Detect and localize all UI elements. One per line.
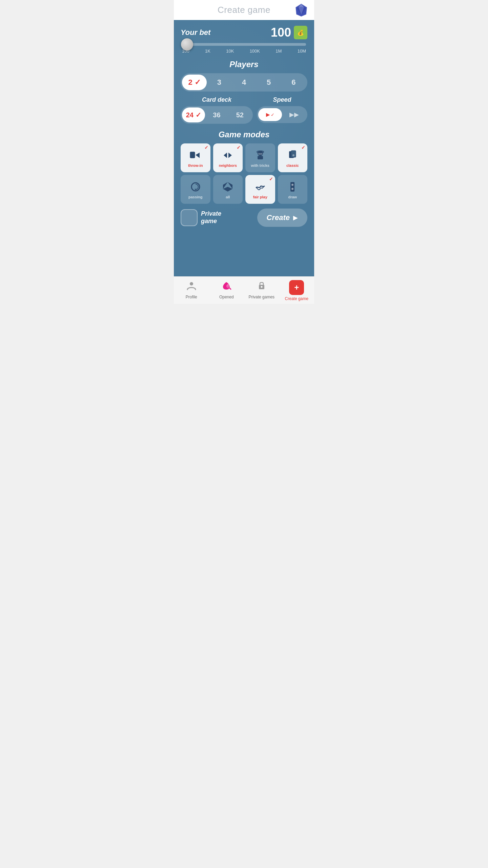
mode-neighbors[interactable]: ✓ neighbors — [213, 143, 243, 172]
player-option-5[interactable]: 5 — [257, 75, 281, 90]
nav-create-game-label: Create game — [285, 296, 308, 301]
nav-opened[interactable]: Opened — [209, 280, 244, 301]
all-icon — [221, 180, 235, 194]
svg-marker-9 — [224, 153, 227, 158]
player-option-2[interactable]: 2 ✓ — [182, 75, 207, 90]
passing-label: passing — [188, 195, 203, 199]
gem-icon — [294, 3, 309, 18]
bottom-nav: Profile Opened Private game — [174, 276, 314, 304]
deck-24-label: 24 ✓ — [186, 111, 201, 119]
game-modes-grid: ✓ throw-in ✓ neighbors — [181, 143, 307, 204]
deck-speed-row: Card deck 24 ✓ 36 52 Speed — [181, 96, 307, 124]
create-button[interactable]: Create ▶ — [257, 209, 307, 227]
slider-labels: 100 1K 10K 100K 1M 10M — [182, 48, 306, 54]
private-game-section: Privategame — [181, 209, 221, 226]
profile-icon — [186, 280, 197, 293]
player-option-4[interactable]: 4 — [231, 75, 256, 90]
speed-normal-check: ✓ — [271, 112, 274, 117]
slider-label-10k: 10K — [226, 48, 234, 54]
nav-profile[interactable]: Profile — [174, 280, 209, 301]
fair-play-check: ✓ — [269, 176, 273, 182]
svg-rect-14 — [258, 156, 263, 159]
slider-label-1k: 1K — [205, 48, 210, 54]
bet-label: Your bet — [181, 28, 210, 37]
player-6-label: 6 — [291, 78, 296, 86]
main-content: Your bet 100 💰 100 1K 10K 100K — [174, 20, 314, 276]
player-option-6[interactable]: 6 — [281, 75, 306, 90]
svg-marker-10 — [228, 153, 232, 158]
coin-icon: 💰 — [294, 26, 307, 39]
private-game-label: Privategame — [201, 210, 221, 225]
deck-option-52[interactable]: 52 — [228, 108, 251, 122]
deck-36-label: 36 — [213, 111, 220, 119]
player-option-3[interactable]: 3 — [207, 75, 231, 90]
deck-option-24[interactable]: 24 ✓ — [182, 107, 205, 122]
player-4-label: 4 — [242, 78, 246, 86]
player-3-label: 3 — [217, 78, 221, 86]
throw-in-label: throw-in — [188, 163, 203, 167]
classic-label: classic — [286, 163, 299, 167]
speed-label: Speed — [257, 96, 307, 103]
bet-value: 100 — [271, 25, 291, 40]
speed-fast-icon: ▶▶ — [289, 111, 299, 118]
private-game-checkbox[interactable] — [181, 209, 198, 226]
opened-svg — [221, 280, 232, 291]
player-2-label: 2 ✓ — [188, 78, 200, 86]
deck-option-36[interactable]: 36 — [205, 108, 228, 122]
bet-value-container: 100 💰 — [271, 25, 307, 40]
all-label: all — [226, 195, 230, 199]
neighbors-label: neighbors — [219, 163, 237, 167]
passing-icon — [189, 180, 202, 194]
bet-slider-container[interactable]: 100 1K 10K 100K 1M 10M — [181, 43, 307, 54]
create-button-label: Create — [267, 213, 290, 222]
draw-icon — [286, 180, 299, 194]
mode-with-tricks[interactable]: with tricks — [245, 143, 275, 172]
nav-private-games-label: Private games — [248, 295, 274, 299]
mode-fair-play[interactable]: ✓ fair play — [245, 175, 275, 204]
speed-normal-icon: ▶ — [266, 112, 270, 118]
mode-classic[interactable]: ✓ classic — [278, 143, 308, 172]
svg-line-28 — [229, 288, 231, 289]
create-button-arrow: ▶ — [293, 214, 298, 221]
mode-all[interactable]: all — [213, 175, 243, 204]
bet-header: Your bet 100 💰 — [181, 25, 307, 40]
create-game-badge: + — [289, 280, 304, 295]
nav-create-game[interactable]: + Create game — [279, 280, 314, 301]
game-modes-title: Game modes — [181, 130, 307, 139]
fair-play-icon — [253, 180, 267, 194]
nav-opened-label: Opened — [219, 295, 234, 299]
bet-section: Your bet 100 💰 100 1K 10K 100K — [181, 25, 307, 54]
speed-row: ▶ ✓ ▶▶ — [257, 106, 307, 123]
private-games-icon — [256, 280, 267, 293]
deck-row: 24 ✓ 36 52 — [181, 106, 253, 124]
create-game-icon: + — [294, 283, 299, 292]
coin-symbol: 💰 — [297, 29, 304, 36]
slider-thumb[interactable] — [181, 38, 193, 51]
slider-label-100k: 100K — [250, 48, 260, 54]
speed-section: Speed ▶ ✓ ▶▶ — [257, 96, 307, 123]
slider-track[interactable] — [182, 43, 306, 46]
speed-fast[interactable]: ▶▶ — [282, 107, 306, 122]
deck-section: Card deck 24 ✓ 36 52 — [181, 96, 253, 124]
fair-play-label: fair play — [253, 195, 267, 199]
svg-point-24 — [291, 188, 293, 190]
private-games-svg — [256, 280, 267, 291]
svg-point-30 — [261, 286, 262, 288]
mode-draw[interactable]: draw — [278, 175, 308, 204]
mode-passing[interactable]: passing — [181, 175, 210, 204]
speed-normal[interactable]: ▶ ✓ — [258, 108, 282, 121]
svg-marker-21 — [223, 187, 232, 192]
player-5-label: 5 — [267, 78, 271, 86]
svg-point-17 — [292, 154, 294, 156]
classic-check: ✓ — [301, 145, 305, 150]
card-deck-label: Card deck — [181, 96, 253, 103]
throw-in-check: ✓ — [204, 145, 208, 150]
nav-private-games[interactable]: Private games — [244, 280, 279, 301]
throw-in-icon — [189, 149, 202, 162]
with-tricks-icon — [253, 149, 267, 162]
deck-52-label: 52 — [236, 111, 244, 119]
players-row: 2 ✓ 3 4 5 6 — [181, 73, 307, 92]
players-title: Players — [181, 60, 307, 69]
neighbors-icon — [221, 149, 235, 162]
mode-throw-in[interactable]: ✓ throw-in — [181, 143, 210, 172]
